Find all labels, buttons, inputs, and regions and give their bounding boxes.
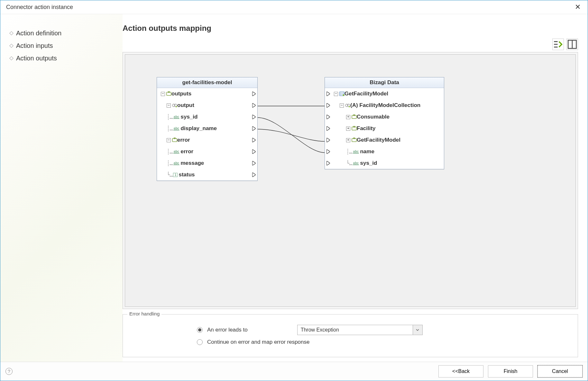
- tree-guide: └…: [346, 160, 352, 166]
- select-value: Throw Exception: [298, 327, 413, 333]
- string-icon: abc: [173, 161, 179, 165]
- input-port-icon[interactable]: [327, 92, 330, 96]
- radio-label: Continue on error and map error response: [207, 339, 309, 345]
- radio-unselected-icon[interactable]: [197, 339, 203, 345]
- button-row: <<Back Finish Cancel: [438, 365, 583, 377]
- collapse-icon[interactable]: −: [161, 92, 165, 96]
- sidebar-item-label: Action outputs: [16, 55, 57, 62]
- tree-label: (A) FacilityModelCollection: [350, 102, 420, 109]
- sidebar-item-action-outputs[interactable]: Action outputs: [7, 52, 116, 65]
- back-button[interactable]: <<Back: [438, 365, 483, 377]
- expand-icon[interactable]: +: [346, 115, 350, 119]
- radio-label: An error leads to: [207, 327, 248, 333]
- tree-row-output[interactable]: − output: [157, 100, 257, 111]
- sidebar-item-action-definition[interactable]: Action definition: [7, 27, 116, 40]
- tree-guide: ┊…: [167, 125, 172, 132]
- string-icon: abc: [173, 115, 179, 119]
- output-port-icon[interactable]: [253, 138, 255, 142]
- sidebar-item-action-inputs[interactable]: Action inputs: [7, 40, 116, 52]
- string-icon: abc: [173, 127, 179, 130]
- radio-selected-icon[interactable]: [197, 327, 203, 333]
- error-option-continue[interactable]: Continue on error and map error response: [197, 339, 568, 345]
- help-icon[interactable]: ?: [5, 368, 13, 375]
- output-port-icon[interactable]: [253, 92, 255, 96]
- tree-guide: ┊…: [167, 148, 172, 155]
- tree-label: name: [360, 148, 374, 155]
- string-icon: abc: [353, 150, 359, 154]
- close-icon[interactable]: ✕: [572, 2, 583, 12]
- input-port-icon[interactable]: [327, 150, 330, 154]
- tree-row-message[interactable]: ┊… abc message: [157, 157, 257, 169]
- target-panel[interactable]: Bizagi Data − GetFacilityModel − (A) Fa: [325, 77, 444, 169]
- object-icon: [352, 114, 357, 120]
- tree-row-name[interactable]: ┊… abc name: [325, 146, 444, 157]
- tree-row-error-obj[interactable]: − error: [157, 134, 257, 146]
- object-icon: [166, 91, 171, 96]
- layout-button[interactable]: [566, 39, 578, 50]
- error-handling-group: Error handling An error leads to Throw E…: [123, 314, 578, 357]
- number-icon: 1: [173, 173, 178, 177]
- target-panel-title: Bizagi Data: [325, 77, 444, 88]
- tree-guide: ┊…: [346, 148, 352, 155]
- input-port-icon[interactable]: [327, 115, 330, 119]
- mapping-canvas[interactable]: get-facilities-model − outputs − output: [125, 54, 576, 307]
- input-port-icon[interactable]: [327, 127, 330, 130]
- window-title: Connector action instance: [6, 4, 73, 11]
- titlebar: Connector action instance ✕: [0, 0, 588, 14]
- tree-row-collection[interactable]: − (A) FacilityModelCollection: [325, 100, 444, 111]
- input-port-icon[interactable]: [327, 161, 330, 165]
- output-port-icon[interactable]: [253, 161, 255, 165]
- collapse-icon[interactable]: −: [340, 103, 344, 108]
- output-port-icon[interactable]: [253, 115, 255, 119]
- tree-row-sys-id[interactable]: ┊… abc sys_id: [157, 111, 257, 123]
- tree-row-status[interactable]: └… 1 status: [157, 169, 257, 181]
- error-action-select[interactable]: Throw Exception: [297, 325, 423, 335]
- tree-row-getfacilitymodel[interactable]: − GetFacilityModel: [325, 88, 444, 100]
- source-panel[interactable]: get-facilities-model − outputs − output: [157, 77, 258, 181]
- tree-row-facility[interactable]: + Facility: [325, 123, 444, 134]
- tree-guide: └…: [167, 172, 172, 178]
- svg-point-6: [176, 106, 177, 107]
- tree-label: output: [177, 102, 194, 109]
- svg-point-15: [349, 106, 350, 107]
- tree-row-outputs[interactable]: − outputs: [157, 88, 257, 100]
- output-port-icon[interactable]: [253, 127, 255, 130]
- output-port-icon[interactable]: [253, 103, 255, 107]
- finish-button[interactable]: Finish: [488, 365, 533, 377]
- main-content: Action outputs mapping get-facilities-mo…: [123, 14, 588, 362]
- input-port-icon[interactable]: [327, 103, 330, 107]
- diamond-icon: [9, 44, 14, 48]
- dialog-footer: ? <<Back Finish Cancel: [0, 362, 588, 381]
- auto-map-button[interactable]: [552, 39, 564, 50]
- diamond-icon: [9, 56, 14, 60]
- collapse-icon[interactable]: −: [167, 103, 171, 108]
- svg-point-12: [343, 94, 345, 96]
- collapse-icon[interactable]: −: [167, 138, 171, 142]
- expand-icon[interactable]: +: [346, 138, 350, 142]
- tree-row-error[interactable]: ┊… abc error: [157, 146, 257, 157]
- input-port-icon[interactable]: [327, 138, 330, 142]
- sidebar: Action definition Action inputs Action o…: [0, 14, 123, 362]
- output-port-icon[interactable]: [253, 150, 255, 154]
- tree-label: GetFacilityModel: [345, 91, 388, 97]
- tree-row-display-name[interactable]: ┊… abc display_name: [157, 123, 257, 134]
- tree-label: sys_id: [180, 114, 198, 120]
- output-port-icon[interactable]: [253, 173, 255, 177]
- expand-icon[interactable]: +: [346, 127, 350, 131]
- object-icon: [172, 137, 177, 143]
- cancel-button[interactable]: Cancel: [537, 365, 583, 377]
- tree-label: sys_id: [360, 160, 377, 166]
- tree-row-sysid2[interactable]: └… abc sys_id: [325, 157, 444, 169]
- error-option-throw[interactable]: An error leads to Throw Exception: [197, 325, 568, 335]
- error-handling-legend: Error handling: [127, 311, 161, 316]
- collapse-icon[interactable]: −: [334, 92, 338, 96]
- tree-label: status: [179, 172, 195, 178]
- chevron-down-icon[interactable]: [413, 325, 422, 335]
- tree-label: Consumable: [357, 114, 390, 120]
- object-icon: [352, 126, 357, 131]
- tree-row-getfacilitymodel2[interactable]: + GetFacilityModel: [325, 134, 444, 146]
- diamond-icon: [9, 31, 14, 35]
- tree-row-consumable[interactable]: + Consumable: [325, 111, 444, 123]
- tree-label: error: [177, 137, 190, 143]
- sidebar-item-label: Action definition: [16, 30, 61, 37]
